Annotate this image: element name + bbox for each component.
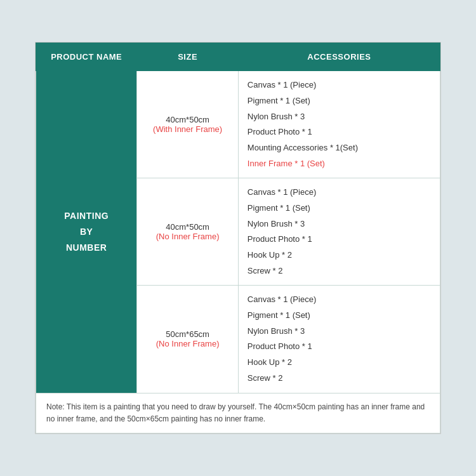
acc-1-2: Nylon Brush * 3 xyxy=(248,109,431,125)
acc-3-2: Nylon Brush * 3 xyxy=(248,324,431,340)
size-cell-3: 50cm*65cm (No Inner Frame) xyxy=(137,286,238,393)
product-table-wrapper: PRODUCT NAME SIZE ACCESSORIES PAINTINGBY… xyxy=(35,42,441,434)
product-table: PRODUCT NAME SIZE ACCESSORIES PAINTINGBY… xyxy=(36,43,440,433)
acc-2-5: Screw * 2 xyxy=(248,263,431,279)
accessories-cell-1: Canvas * 1 (Piece) Pigment * 1 (Set) Nyl… xyxy=(238,71,440,178)
acc-2-3: Product Photo * 1 xyxy=(248,232,431,248)
acc-3-3: Product Photo * 1 xyxy=(248,339,431,355)
acc-2-2: Nylon Brush * 3 xyxy=(248,216,431,232)
acc-1-4: Mounting Accessories * 1(Set) xyxy=(248,140,431,156)
size-note-2: (No Inner Frame) xyxy=(146,232,228,241)
note-cell: Note: This item is a painting that you n… xyxy=(36,393,440,433)
size-note-1: (With Inner Frame) xyxy=(146,124,228,134)
product-name-cell: PAINTINGBYNUMBER xyxy=(36,71,137,393)
header-product: PRODUCT NAME xyxy=(36,43,137,71)
size-main-1: 40cm*50cm xyxy=(146,115,228,124)
size-cell-1: 40cm*50cm (With Inner Frame) xyxy=(137,71,238,178)
acc-3-0: Canvas * 1 (Piece) xyxy=(248,292,431,308)
acc-1-0: Canvas * 1 (Piece) xyxy=(248,77,431,93)
acc-2-0: Canvas * 1 (Piece) xyxy=(248,185,431,201)
accessories-cell-3: Canvas * 1 (Piece) Pigment * 1 (Set) Nyl… xyxy=(238,286,440,393)
acc-1-1: Pigment * 1 (Set) xyxy=(248,93,431,109)
acc-1-3: Product Photo * 1 xyxy=(248,124,431,140)
acc-1-5: Inner Frame * 1 (Set) xyxy=(248,156,431,172)
accessories-list-3: Canvas * 1 (Piece) Pigment * 1 (Set) Nyl… xyxy=(248,292,431,386)
acc-3-1: Pigment * 1 (Set) xyxy=(248,308,431,324)
size-note-3: (No Inner Frame) xyxy=(146,339,228,348)
size-main-3: 50cm*65cm xyxy=(146,329,228,339)
size-main-2: 40cm*50cm xyxy=(146,222,228,232)
acc-2-1: Pigment * 1 (Set) xyxy=(248,201,431,216)
accessories-list-1: Canvas * 1 (Piece) Pigment * 1 (Set) Nyl… xyxy=(248,77,431,171)
size-cell-2: 40cm*50cm (No Inner Frame) xyxy=(137,178,238,286)
accessories-list-2: Canvas * 1 (Piece) Pigment * 1 (Set) Nyl… xyxy=(248,185,431,279)
acc-3-4: Hook Up * 2 xyxy=(248,355,431,371)
header-accessories: ACCESSORIES xyxy=(238,43,440,71)
accessories-cell-2: Canvas * 1 (Piece) Pigment * 1 (Set) Nyl… xyxy=(238,178,440,286)
acc-2-4: Hook Up * 2 xyxy=(248,248,431,263)
acc-3-5: Screw * 2 xyxy=(248,371,431,387)
header-size: SIZE xyxy=(137,43,238,71)
